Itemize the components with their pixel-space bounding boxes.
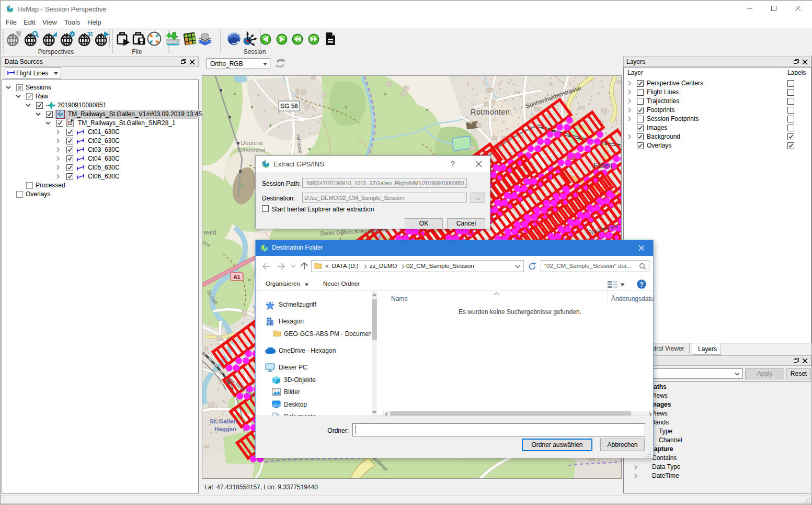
svg-text:Deponie: Deponie xyxy=(241,140,264,146)
svg-text:wald: wald xyxy=(203,229,216,236)
svg-text:St. Gallen: St. Gallen xyxy=(210,418,237,424)
svg-text:SG 56: SG 56 xyxy=(280,103,298,110)
svg-text:Haggen: Haggen xyxy=(214,426,236,432)
svg-text:Tüfentobel: Tüfentobel xyxy=(237,147,265,153)
svg-text:A1: A1 xyxy=(233,274,241,280)
svg-text:?: ? xyxy=(639,281,644,288)
svg-text:3D: 3D xyxy=(87,31,93,37)
svg-text:Fiden: Fiden xyxy=(593,161,612,170)
svg-text:Rotmonten: Rotmonten xyxy=(471,108,510,116)
